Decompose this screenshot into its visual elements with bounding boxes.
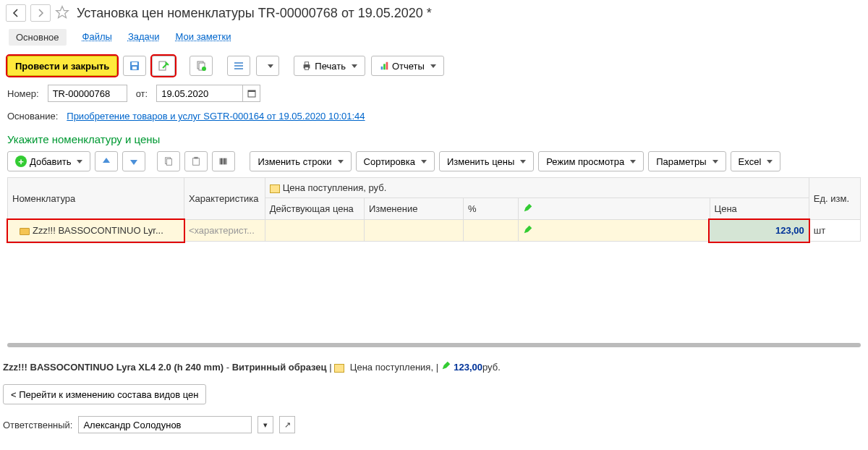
basis-label: Основание:	[7, 111, 58, 122]
sort-button[interactable]: Сортировка	[356, 151, 435, 171]
svg-rect-10	[234, 68, 243, 69]
svg-rect-24	[195, 157, 198, 159]
cell-percent[interactable]	[464, 220, 519, 242]
svg-rect-17	[383, 64, 386, 69]
responsible-open-button[interactable]: ↗	[279, 416, 295, 433]
create-based-on-button[interactable]	[256, 56, 279, 76]
cell-current-price[interactable]	[265, 220, 364, 242]
post-button[interactable]	[152, 56, 175, 76]
cell-price[interactable]: 123,00	[710, 220, 809, 242]
nav-back-button[interactable]	[6, 4, 26, 22]
responsible-input[interactable]	[78, 416, 252, 433]
reports-label: Отчеты	[392, 61, 425, 72]
print-label: Печать	[315, 61, 346, 72]
save-button[interactable]	[123, 56, 146, 76]
svg-rect-25	[220, 158, 221, 165]
col-price[interactable]: Цена	[710, 198, 809, 220]
paste-row-button[interactable]	[184, 151, 208, 171]
number-label: Номер:	[7, 88, 39, 99]
add-button[interactable]: + Добавить	[7, 151, 90, 171]
summary-line: Zzz!!! BASSOCONTINUO Lyra XL4 2.0 (h 240…	[0, 355, 868, 378]
price-tag-icon	[334, 364, 344, 373]
svg-rect-28	[224, 158, 226, 165]
cell-change[interactable]	[364, 220, 463, 242]
svg-marker-0	[56, 6, 69, 17]
divider	[7, 343, 861, 347]
list-button[interactable]	[227, 56, 250, 76]
col-price-in[interactable]: Цена поступления, руб.	[265, 178, 809, 198]
col-unit[interactable]: Ед. изм.	[809, 178, 860, 220]
tab-files[interactable]: Файлы	[82, 31, 112, 43]
col-current-price[interactable]: Действующая цена	[265, 198, 364, 220]
print-button[interactable]: Печать	[294, 56, 365, 76]
cell-unit[interactable]: шт	[809, 220, 860, 242]
svg-rect-3	[132, 67, 137, 69]
plus-icon: +	[15, 156, 27, 167]
cell-edit[interactable]	[519, 220, 710, 242]
post-and-close-button[interactable]: Провести и закрыть	[7, 56, 117, 76]
svg-rect-15	[305, 67, 309, 70]
number-input[interactable]	[48, 85, 127, 102]
pencil-icon	[523, 204, 533, 215]
pencil-icon	[441, 362, 451, 373]
basis-link[interactable]: Приобретение товаров и услуг SGTR-000164…	[67, 111, 365, 122]
col-edit[interactable]	[519, 198, 710, 220]
svg-rect-14	[305, 62, 309, 65]
favorite-star-icon[interactable]	[55, 5, 69, 22]
date-input[interactable]	[156, 85, 243, 102]
view-mode-button[interactable]: Режим просмотра	[538, 151, 644, 171]
svg-rect-2	[132, 62, 137, 65]
cell-nomenclature[interactable]: Zzz!!! BASSOCONTINUO Lyr...	[8, 220, 184, 242]
price-tag-icon	[270, 184, 280, 193]
copy-button[interactable]	[190, 56, 213, 76]
table-row[interactable]: Zzz!!! BASSOCONTINUO Lyr... <характерист…	[8, 220, 861, 242]
tab-tasks[interactable]: Задачи	[128, 31, 160, 43]
col-percent[interactable]: %	[464, 198, 519, 220]
calendar-button[interactable]	[243, 85, 260, 102]
reports-button[interactable]: Отчеты	[371, 56, 444, 76]
svg-rect-23	[193, 158, 200, 166]
from-label: от:	[136, 88, 148, 99]
svg-rect-22	[167, 159, 172, 166]
section-title: Укажите номенклатуру и цены	[0, 126, 868, 148]
pencil-icon	[523, 226, 533, 237]
move-up-button[interactable]	[95, 151, 118, 171]
svg-rect-9	[234, 65, 243, 67]
col-nomenclature[interactable]: Номенклатура	[8, 178, 184, 220]
tab-notes[interactable]: Мои заметки	[176, 31, 231, 43]
change-price-types-button[interactable]: < Перейти к изменению состава видов цен	[3, 384, 206, 404]
prices-table: Номенклатура Характеристика Цена поступл…	[7, 177, 861, 242]
col-change[interactable]: Изменение	[364, 198, 463, 220]
barcode-button[interactable]	[212, 151, 235, 171]
cell-characteristic[interactable]: <характерист...	[184, 220, 265, 242]
tab-main[interactable]: Основное	[9, 29, 67, 46]
page-title: Установка цен номенклатуры TR-00000768 о…	[77, 6, 432, 21]
svg-rect-8	[234, 62, 243, 64]
copy-row-button[interactable]	[157, 151, 180, 171]
excel-button[interactable]: Excel	[731, 151, 781, 171]
params-button[interactable]: Параметры	[648, 151, 726, 171]
responsible-dropdown-button[interactable]: ▾	[258, 416, 273, 433]
svg-rect-20	[248, 90, 255, 92]
svg-rect-18	[386, 62, 388, 70]
edit-prices-button[interactable]: Изменить цены	[439, 151, 534, 171]
svg-point-7	[202, 67, 206, 71]
col-characteristic[interactable]: Характеристика	[184, 178, 265, 220]
svg-rect-29	[226, 158, 227, 165]
folder-icon	[20, 228, 30, 235]
svg-rect-27	[224, 158, 224, 165]
nav-forward-button[interactable]	[30, 4, 51, 22]
svg-rect-26	[221, 158, 223, 165]
responsible-label: Ответственный:	[3, 420, 72, 430]
move-down-button[interactable]	[122, 151, 145, 171]
add-label: Добавить	[30, 156, 71, 167]
edit-rows-button[interactable]: Изменить строки	[250, 151, 351, 171]
svg-rect-16	[381, 67, 383, 69]
